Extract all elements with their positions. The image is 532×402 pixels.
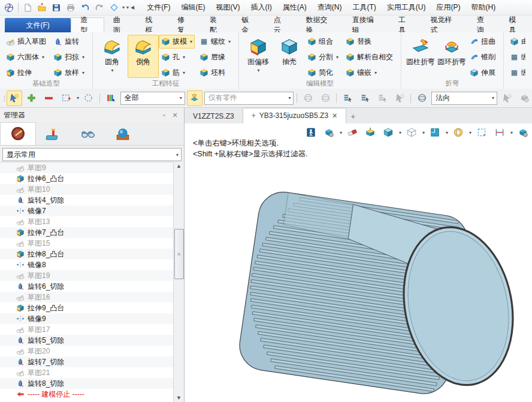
file-tab[interactable]: 文件(F) [5, 18, 71, 32]
menu-5[interactable]: 属性(A) [277, 1, 312, 14]
pick-list-icon[interactable] [340, 90, 355, 106]
close-icon[interactable]: ✕ [170, 110, 180, 120]
ribbon-button-缠绕[interactable]: 缠绕 [507, 66, 525, 80]
document-tab-YB3-315juzuoSB5.Z3[interactable]: +YB3-315juzuoSB5.Z3✕ [243, 108, 347, 123]
tree-row[interactable]: 旋转4_切除 [0, 195, 174, 205]
view-plane-icon[interactable] [427, 125, 443, 140]
ribbon-tab-点云[interactable]: 点云 [265, 18, 297, 32]
ribbon-button-放样[interactable]: 放样▾ [51, 66, 87, 80]
link-off-icon[interactable] [300, 90, 316, 106]
tree-row[interactable]: 拉伸6_凸台 [0, 173, 174, 184]
tree-row[interactable]: 草图21 [0, 367, 174, 378]
tree-row[interactable]: 旋转5_切除 [0, 335, 174, 346]
ribbon-button-分割[interactable]: 分割▾ [305, 50, 341, 64]
lasso-pick-icon[interactable] [81, 90, 96, 106]
ribbon-tab-视觉样式[interactable]: 视觉样式 [422, 18, 468, 32]
save-icon[interactable] [50, 2, 63, 14]
ribbon-button-坯料[interactable]: 坯料 [197, 66, 233, 80]
tree-row[interactable]: 旋转8_切除 [0, 378, 174, 389]
ribbon-tab-数据交换[interactable]: 数据交换 [297, 18, 343, 32]
ribbon-button-面偏移[interactable]: 面偏移▾ [243, 35, 274, 78]
ribbon-tab-直接编辑[interactable]: 直接编辑 [343, 18, 389, 32]
ribbon-tab-钣金[interactable]: 钣金 [232, 18, 265, 32]
ribbon-tab-线框[interactable]: 线框 [136, 18, 168, 32]
frame-orient-icon[interactable] [414, 90, 430, 106]
restore-icon[interactable]: ▫ [159, 110, 170, 120]
tree-row[interactable]: 镜像7 [0, 205, 174, 216]
ribbon-button-旋转[interactable]: 旋转 [51, 35, 87, 49]
view-navigate-icon[interactable] [107, 2, 120, 14]
tree-row[interactable]: 草图10 [0, 184, 174, 195]
ribbon-button-简化[interactable]: 简化 [305, 66, 341, 80]
pick-list-add-icon[interactable] [357, 90, 373, 106]
pick-settings-icon[interactable] [516, 90, 532, 106]
ribbon-button-孔[interactable]: 孔▾ [159, 50, 195, 64]
ribbon-button-替换[interactable]: 替换 [343, 35, 395, 49]
scroll-up-icon[interactable]: ▲ [174, 162, 183, 170]
tree-row[interactable]: 拉伸9_凸台 [0, 303, 174, 313]
ribbon-button-螺纹[interactable]: 螺纹▾ [197, 35, 233, 49]
tree-row[interactable]: 拉伸7_凸台 [0, 227, 174, 238]
zoom-window-icon[interactable] [474, 125, 489, 140]
regen-icon[interactable] [362, 125, 378, 140]
ribbon-tab-查询[interactable]: 查询 [468, 18, 500, 32]
ribbon-tab-造型[interactable]: 造型 [71, 17, 104, 32]
tree-row[interactable]: 旋转6_切除 [0, 281, 174, 292]
ribbon-button-倒角[interactable]: 倒角 [128, 35, 159, 78]
ribbon-button-拔模[interactable]: 拔模▾ [159, 35, 195, 49]
ribbon-tab-工具[interactable]: 工具 [389, 18, 422, 32]
config-icon[interactable] [515, 125, 531, 140]
ribbon-button-锥削[interactable]: 锥削 [467, 50, 498, 64]
menu-4[interactable]: 插入(I) [246, 1, 277, 14]
tree-scrollbar[interactable]: ▲ ≡ ▼ [173, 162, 184, 402]
ribbon-button-抽壳[interactable]: 抽壳 [274, 35, 305, 78]
tree-row[interactable]: 草图9 [0, 162, 174, 173]
bulb-off-icon[interactable] [318, 90, 333, 106]
print-icon[interactable] [64, 2, 77, 14]
ribbon-tab-修复[interactable]: 修复 [168, 18, 201, 32]
measure-icon[interactable] [492, 125, 507, 140]
assembly-manager-tab[interactable] [36, 123, 71, 145]
visual-manager-tab[interactable] [105, 123, 140, 145]
ribbon-button-扭曲[interactable]: 扭曲 [467, 35, 498, 49]
menu-8[interactable]: 实用工具(U) [382, 1, 431, 14]
tree-row[interactable]: 草图19 [0, 270, 174, 281]
graphics-viewport[interactable]: <单击右键>环境相关选项. <Shift +鼠标右键>显示选择过滤器. ▾▾▾▾… [185, 123, 532, 402]
app-logo[interactable] [2, 2, 16, 14]
erase-icon[interactable] [344, 125, 360, 140]
frame-combo[interactable]: 法向▾ [431, 92, 497, 105]
ribbon-button-圆柱折弯[interactable]: 圆柱折弯 [405, 35, 436, 78]
new-document-tab-button[interactable]: + [346, 110, 359, 123]
document-tab-V1ZZT2S.Z3[interactable]: V1ZZT2S.Z3 [185, 109, 243, 123]
add-pick-icon[interactable] [24, 90, 40, 106]
ribbon-button-插入草图[interactable]: 插入草图 [4, 35, 49, 49]
collapse-icon[interactable]: ◀ [131, 5, 134, 10]
ribbon-button-缠绕[interactable]: 缠绕 [507, 50, 525, 64]
remove-pick-icon[interactable] [41, 90, 57, 106]
section-view-icon[interactable] [451, 125, 466, 140]
ribbon-button-唇缘[interactable]: 唇缘 [197, 50, 233, 64]
menu-6[interactable]: 查询(N) [312, 1, 347, 14]
ribbon-button-六面体[interactable]: 六面体▾ [4, 50, 49, 64]
entity-filter-combo[interactable]: 全部▾ [120, 92, 185, 105]
ribbon-button-由指[interactable]: 由指 [507, 35, 525, 49]
walkthrough-icon[interactable] [303, 125, 319, 140]
ribbon-tab-模具[interactable]: 模具 [500, 18, 532, 32]
ribbon-button-解析自相交[interactable]: 解析自相交 [343, 50, 395, 64]
customize-icon[interactable]: ▾ [126, 5, 129, 10]
tree-row[interactable]: 草图15 [0, 238, 174, 249]
tree-row[interactable]: ----- 建模停止 ----- [0, 389, 174, 400]
wireframe-view-icon[interactable] [404, 125, 419, 140]
shaded-view-icon[interactable] [380, 125, 396, 140]
menu-10[interactable]: 帮助(H) [466, 1, 501, 14]
close-tab-icon[interactable]: ✕ [332, 112, 337, 120]
visibility-manager-tab[interactable] [71, 123, 105, 145]
ribbon-button-圆环折弯[interactable]: 圆环折弯 [436, 35, 467, 78]
tree-row[interactable]: 拉伸8_凸台 [0, 249, 174, 259]
ribbon-button-筋[interactable]: 筋▾ [159, 66, 195, 80]
pick-arrow-icon[interactable] [7, 90, 22, 106]
toolbar-drag-handle[interactable]: ⋮ [1, 97, 5, 99]
menu-1[interactable]: 文件(F) [141, 1, 176, 14]
ribbon-button-扫掠[interactable]: 扫掠▾ [51, 50, 87, 64]
tree-row[interactable]: 草图16 [0, 292, 174, 303]
